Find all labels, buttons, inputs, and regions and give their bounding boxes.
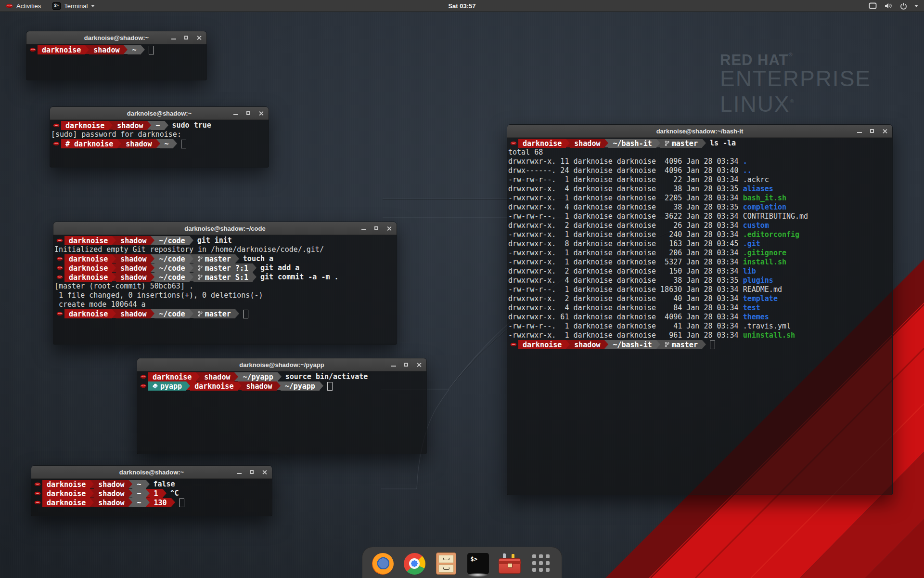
prompt-segment-host: shadow [200, 372, 234, 381]
ls-columns: drwxrwxr-x. 4 darknoise darknoise 38 Jan… [508, 276, 743, 285]
git-branch-icon [665, 140, 669, 146]
ls-columns: drwx------. 24 darknoise darknoise 4096 … [508, 166, 743, 175]
system-status-area[interactable] [869, 0, 924, 12]
prompt-segment-git: master [660, 139, 702, 148]
powerline-separator-icon [117, 139, 121, 148]
window-title: darknoise@shadow:~/code [184, 225, 265, 232]
terminal-prompt-line: darknoiseshadow~1^C [32, 489, 272, 498]
terminal-window-sudo: darknoise@shadow:~ darknoiseshadow~sudo … [50, 106, 269, 168]
powerline-separator-icon [151, 273, 154, 281]
ls-row: drwxrwxr-x. 4 darknoise darknoise 38 Jan… [508, 276, 892, 285]
redhat-icon [32, 480, 42, 489]
window-titlebar[interactable]: darknoise@shadow:~/bash-it [507, 125, 892, 138]
minimize-icon[interactable] [171, 39, 176, 39]
prompt-segment-host: shadow [94, 480, 128, 489]
output-text: Initialized empty Git repository in /hom… [54, 245, 324, 254]
clock[interactable]: Sat 03:57 [448, 2, 475, 10]
terminal-prompt-line: darknoiseshadow~/codemaster [54, 309, 397, 318]
prompt-segment-path: ~ [132, 480, 145, 489]
window-titlebar[interactable]: darknoise@shadow:~/code [53, 222, 397, 235]
window-title: darknoise@shadow:~ [127, 110, 192, 117]
prompt-segment-user: darknoise [190, 381, 238, 391]
dock-item-firefox[interactable] [371, 552, 394, 575]
prompt-segment-host: shadow [94, 498, 128, 507]
terminal-content[interactable]: darknoiseshadow~ [26, 44, 206, 80]
powerline-separator-icon [90, 489, 94, 498]
prompt-segment-path: ~/pyapp [238, 372, 277, 381]
powerline-separator-icon [190, 254, 193, 263]
terminal-content[interactable]: darknoiseshadow~/codegit initInitialized… [53, 235, 397, 344]
terminal-content[interactable]: darknoiseshadow~sudo true[sudo] password… [50, 120, 269, 167]
terminal-content[interactable]: darknoiseshadow~/pyappsource bin/activat… [137, 371, 426, 454]
dock-item-app-grid[interactable] [530, 552, 553, 575]
app-menu-terminal[interactable]: $> Terminal [47, 0, 101, 12]
terminal-content[interactable]: darknoiseshadow~/bash-itmasterls -latota… [507, 138, 892, 495]
maximize-icon[interactable] [246, 111, 250, 115]
powerline-separator-icon [278, 372, 282, 381]
terminal-content[interactable]: darknoiseshadow~falsedarknoiseshadow~1^C… [31, 479, 272, 516]
redhat-icon [6, 3, 13, 9]
terminal-output-line: [master (root-commit) 50bcb63] . [54, 282, 397, 291]
dock: $> [362, 547, 562, 578]
powerline-separator-icon [112, 263, 116, 272]
minimize-icon[interactable] [361, 229, 366, 230]
prompt-segment-host: shadow [570, 340, 604, 349]
dock-item-toolbox[interactable] [498, 552, 521, 575]
activities-button[interactable]: Activities [0, 0, 47, 12]
terminal-prompt-line: darknoiseshadow~130 [32, 498, 272, 507]
terminal-output-line: 1 file changed, 0 insertions(+), 0 delet… [54, 291, 397, 300]
close-icon[interactable] [416, 362, 422, 368]
prompt-segment-user: darknoise [148, 372, 196, 381]
maximize-icon[interactable] [404, 363, 408, 367]
dock-item-terminal[interactable]: $> [466, 552, 489, 575]
minimize-icon[interactable] [391, 366, 396, 367]
ls-row: drwxrwxr-x. 2 darknoise darknoise 40 Jan… [508, 294, 892, 303]
maximize-icon[interactable] [870, 129, 874, 133]
ls-filename: README.md [743, 285, 782, 294]
ls-columns: -rw-rw-r--. 1 darknoise darknoise 22 Jan… [508, 175, 743, 184]
ls-columns: drwxrwxr-x. 4 darknoise darknoise 38 Jan… [508, 203, 743, 212]
powerline-separator-icon [163, 489, 167, 498]
close-icon[interactable] [386, 226, 392, 231]
powerline-separator-icon [151, 254, 154, 263]
window-titlebar[interactable]: darknoise@shadow:~ [50, 107, 269, 120]
window-titlebar[interactable]: darknoise@shadow:~/pyapp [137, 358, 426, 371]
minimize-icon[interactable] [233, 114, 238, 115]
prompt-segment-path: ~/code [154, 254, 189, 263]
terminal-prompt-line: darknoiseshadow~sudo true [51, 121, 269, 130]
close-icon[interactable] [262, 470, 267, 475]
ls-filename: plugins [743, 276, 773, 285]
maximize-icon[interactable] [184, 36, 188, 39]
terminal-output-line: total 68 [508, 148, 892, 157]
command-text: git init [197, 236, 232, 245]
redhat-icon [27, 45, 38, 54]
brand-line-redhat: RED HAT® [720, 47, 871, 67]
powerline-separator-icon [702, 139, 706, 147]
close-icon[interactable] [196, 35, 202, 40]
terminal-window-home-1: darknoise@shadow:~ darknoiseshadow~ [26, 31, 207, 80]
powerline-separator-icon [186, 381, 190, 390]
window-titlebar[interactable]: darknoise@shadow:~ [31, 466, 272, 479]
maximize-icon[interactable] [250, 470, 254, 474]
ls-row: -rwxrwxr-x. 1 darknoise darknoise 5327 J… [508, 258, 892, 267]
dock-item-files[interactable] [435, 552, 458, 575]
prompt-segment-user: darknoise [64, 309, 112, 318]
minimize-icon[interactable] [857, 132, 862, 133]
prompt-segment-user: darknoise [64, 273, 112, 282]
window-titlebar[interactable]: darknoise@shadow:~ [26, 31, 206, 44]
ls-filename: . [743, 157, 747, 166]
close-icon[interactable] [258, 111, 264, 116]
terminal-output-line: [sudo] password for darknoise: [51, 130, 269, 139]
redhat-icon [54, 273, 64, 282]
maximize-icon[interactable] [374, 226, 378, 230]
dock-item-chrome[interactable] [403, 552, 426, 575]
prompt-segment-user: darknoise [64, 254, 112, 263]
command-text: sudo true [172, 121, 211, 130]
close-icon[interactable] [882, 129, 887, 134]
prompt-segment-user: darknoise [518, 139, 566, 148]
prompt-segment-path: ~/code [154, 236, 189, 245]
ls-row: -rwxrwxr-x. 1 darknoise darknoise 206 Ja… [508, 249, 892, 258]
powerline-separator-icon [85, 45, 89, 54]
ls-columns: -rwxrwxr-x. 1 darknoise darknoise 5327 J… [508, 258, 743, 267]
minimize-icon[interactable] [237, 473, 242, 474]
